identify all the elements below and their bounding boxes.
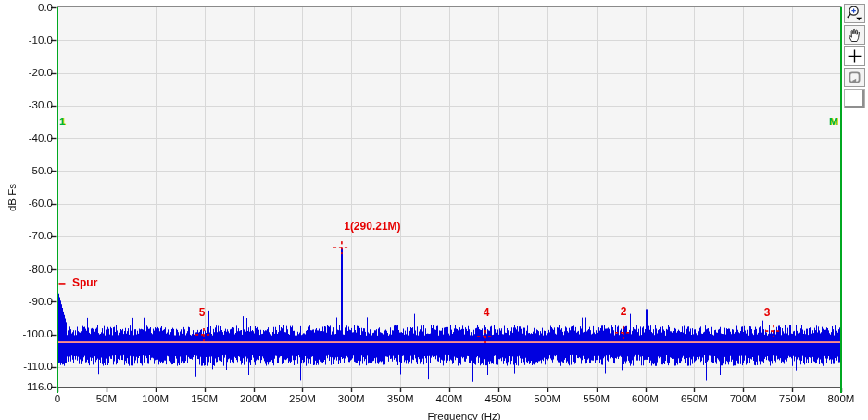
x-tick-label: 550M [569, 393, 624, 405]
x-tick-label: 100M [128, 393, 183, 405]
y-tick-label: -116.0 [0, 381, 53, 393]
cursor-label-m4[interactable]: 4 [472, 307, 500, 319]
x-tick-label: 300M [323, 393, 379, 405]
y-tick-label: -80.0 [0, 263, 53, 275]
y-tick-label: -50.0 [0, 165, 53, 177]
x-axis-label: Frequency (Hz) [409, 411, 520, 420]
x-tick-label: 250M [274, 393, 330, 405]
y-tick-label: -70.0 [0, 230, 53, 242]
cursor-label-1[interactable]: 1 [59, 116, 65, 127]
y-tick-label: -40.0 [0, 133, 53, 145]
hand-icon [847, 27, 862, 43]
pan-tool-button[interactable] [844, 25, 865, 45]
cursor-label-m5[interactable]: 5 [188, 307, 216, 319]
x-tick-label: 750M [764, 393, 820, 405]
y-tick-label: -60.0 [0, 197, 53, 210]
x-tick-label: 0 [30, 393, 85, 405]
y-tick-label: -30.0 [0, 99, 53, 111]
zoom-reset-tool-button[interactable] [844, 68, 865, 87]
graph-tool-palette [844, 4, 865, 108]
x-tick-label: 800M [813, 393, 868, 405]
cursor-tool-button[interactable] [844, 46, 865, 66]
x-tick-label: 600M [618, 393, 673, 405]
x-tick-label: 150M [177, 393, 233, 405]
y-tick-label: -20.0 [0, 67, 53, 79]
spectrum-analyzer-panel: dB Fs Frequency (Hz) 0.0-10.0-20.0-30.0-… [0, 0, 868, 420]
x-tick-label: 50M [79, 393, 134, 405]
y-tick-label: 0.0 [0, 2, 53, 14]
cursor-label-spur[interactable]: Spur [72, 277, 97, 289]
x-tick-label: 700M [715, 393, 771, 405]
y-tick-label: -90.0 [0, 296, 53, 308]
loop-square-icon [847, 70, 862, 85]
cursor-label-M[interactable]: M [829, 116, 838, 127]
zoom-tool-button[interactable] [844, 4, 865, 23]
y-tick-label: -100.0 [0, 328, 53, 340]
spectrum-plot-canvas[interactable] [0, 0, 868, 420]
plus-crosshair-icon [847, 48, 862, 64]
x-tick-label: 650M [666, 393, 722, 405]
x-tick-label: 200M [226, 393, 282, 405]
magnifier-plus-icon [846, 5, 863, 22]
y-tick-label: -10.0 [0, 34, 53, 46]
cursor-label-m3[interactable]: 3 [753, 307, 781, 319]
x-tick-label: 500M [520, 393, 575, 405]
cursor-label-m2[interactable]: 2 [610, 306, 637, 318]
x-tick-label: 400M [421, 393, 477, 405]
x-tick-label: 450M [471, 393, 526, 405]
cursor-label-m1[interactable]: 1(290.21M) [331, 221, 414, 233]
x-tick-label: 350M [372, 393, 428, 405]
blank-tool-button[interactable] [844, 89, 865, 108]
y-tick-label: -110.0 [0, 361, 53, 373]
